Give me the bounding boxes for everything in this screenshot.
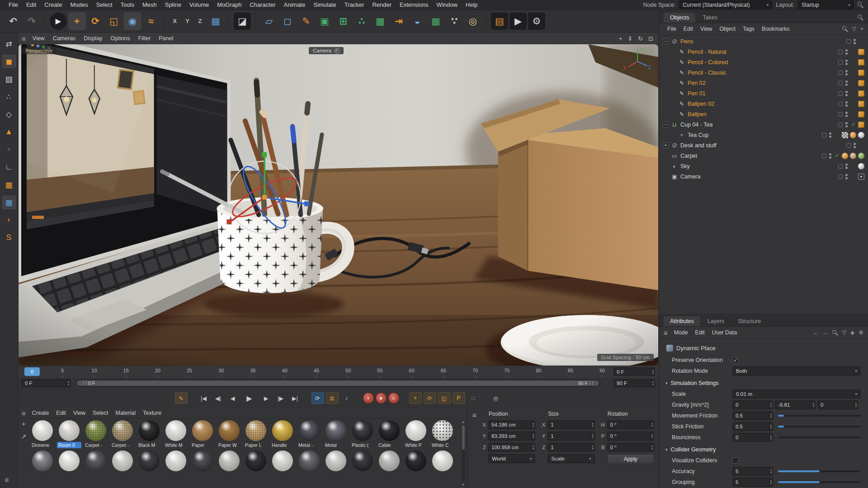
- render-play-button[interactable]: ▶: [509, 13, 527, 30]
- coordinate-space-dropdown[interactable]: World▾: [488, 454, 535, 463]
- material-sphere[interactable]: [245, 420, 266, 441]
- model-mode-button[interactable]: ◼: [2, 55, 16, 68]
- material-item-plastic[interactable]: Plastic (: [350, 420, 375, 448]
- tree-item-tea-cup[interactable]: +Tea Cup: [659, 130, 868, 140]
- light-object-button[interactable]: ◎: [464, 13, 481, 30]
- sphere-gray-tag-icon[interactable]: [858, 163, 864, 169]
- material-sphere[interactable]: [299, 450, 320, 471]
- material-sphere[interactable]: [192, 420, 213, 441]
- record-parameter-button[interactable]: P: [453, 392, 465, 404]
- tab-takes[interactable]: Takes: [696, 13, 724, 23]
- keyframe-track-button[interactable]: ≣: [326, 392, 339, 404]
- material-item[interactable]: [110, 450, 135, 471]
- cube-primitive-button[interactable]: ◻: [279, 13, 296, 30]
- stepper-icon[interactable]: ▴▾: [651, 380, 655, 387]
- stepper-icon[interactable]: ▴▾: [590, 421, 594, 429]
- material-menu-texture[interactable]: Texture: [139, 410, 165, 416]
- points-mode-button[interactable]: ∴: [2, 90, 16, 103]
- attr-stick-friction-slider[interactable]: [778, 426, 861, 427]
- search-icon[interactable]: [842, 26, 848, 32]
- tree-item-pen-02[interactable]: ✎Pen 02: [659, 78, 868, 88]
- range-handle-icon[interactable]: [590, 381, 593, 385]
- particles-object-button[interactable]: ∵: [446, 13, 463, 30]
- material-item-black-m[interactable]: Black M: [137, 420, 162, 448]
- material-item-cable[interactable]: Cable: [377, 420, 402, 448]
- record-position-button[interactable]: +: [409, 392, 422, 404]
- current-frame-field[interactable]: 0 F▴▾: [613, 367, 655, 376]
- material-sphere[interactable]: [272, 420, 293, 441]
- visibility-dots-icon[interactable]: [829, 132, 831, 138]
- move-tool[interactable]: +: [68, 13, 85, 30]
- material-item-paper-l[interactable]: Paper L: [243, 420, 269, 448]
- material-item-paper-w[interactable]: Paper W: [217, 420, 242, 448]
- sphere-green-tag-icon[interactable]: [858, 153, 864, 159]
- material-sphere[interactable]: [299, 420, 320, 441]
- expander-icon[interactable]: −: [663, 38, 669, 44]
- node-space-dropdown[interactable]: Current (Standard/Physical) ▾: [679, 0, 772, 9]
- sound-mute-button[interactable]: ♪: [340, 392, 353, 404]
- axis-lock-z-button[interactable]: Z: [194, 13, 206, 30]
- coord-rotation-h-field[interactable]: 0 °▴▾: [607, 420, 654, 429]
- panel-menu-icon[interactable]: ≡: [22, 35, 26, 42]
- live-selection-tool[interactable]: ►: [50, 13, 67, 30]
- attr-gravity-m-s-2-value-2[interactable]: 0▴▾: [817, 400, 858, 409]
- layer-toggle-icon[interactable]: [846, 39, 851, 44]
- material-item[interactable]: [350, 450, 375, 471]
- expander-icon[interactable]: +: [663, 142, 669, 148]
- search-icon[interactable]: [858, 2, 863, 8]
- section-simulation-settings[interactable]: ▾Simulation Settings: [665, 378, 863, 388]
- tab-attributes[interactable]: Attributes: [664, 316, 700, 326]
- object-menu-view[interactable]: View: [697, 26, 716, 32]
- material-sphere[interactable]: [352, 450, 373, 471]
- keyframe-selection-button[interactable]: ◎: [388, 393, 399, 404]
- history-back-icon[interactable]: ←: [813, 329, 819, 336]
- material-sphere[interactable]: [192, 450, 213, 471]
- tree-item-pen-01[interactable]: ✎Pen 01: [659, 88, 868, 99]
- menu-mograph[interactable]: MoGraph: [213, 1, 245, 8]
- menu-mesh[interactable]: Mesh: [138, 1, 161, 8]
- layer-toggle-icon[interactable]: [838, 174, 843, 179]
- filter-icon[interactable]: ▽: [852, 26, 856, 32]
- stepper-icon[interactable]: ▴▾: [650, 421, 654, 429]
- object-menu-object[interactable]: Object: [716, 26, 739, 32]
- tree-item-pencil-natural[interactable]: ✎Pencil - Natural: [659, 47, 868, 57]
- go-to-start-button[interactable]: |◀: [198, 392, 210, 404]
- viewport-menu-display[interactable]: Display: [80, 35, 106, 42]
- workplane-mode-button[interactable]: ▦: [2, 178, 16, 192]
- axis-lock-x-button[interactable]: X: [169, 13, 180, 30]
- cloner-object-button[interactable]: ▣: [316, 13, 333, 30]
- next-frame-button[interactable]: ▶: [260, 392, 273, 404]
- camera-badge[interactable]: Camera: [309, 47, 344, 54]
- coord-size-x-field[interactable]: 1▴▾: [547, 420, 594, 429]
- make-editable-button[interactable]: ⇄: [2, 37, 16, 51]
- attr-visualize-colliders-checkbox[interactable]: [732, 457, 739, 464]
- stepper-icon[interactable]: ▴▾: [590, 443, 594, 451]
- attr-movement-friction-value[interactable]: 0.5▴▾: [732, 411, 773, 420]
- range-handle-icon[interactable]: [83, 381, 86, 385]
- coord-position-z-field[interactable]: 100.958 cm▴▾: [488, 443, 535, 452]
- material-scrollbar[interactable]: ▲ ▼: [460, 420, 466, 486]
- menu-create[interactable]: Create: [40, 1, 66, 8]
- mat-tag-icon[interactable]: [858, 59, 864, 66]
- viewport-menu-cameras[interactable]: Cameras: [49, 35, 80, 42]
- stepper-icon[interactable]: ▴▾: [531, 443, 535, 451]
- scroll-down-icon[interactable]: ▼: [462, 483, 465, 486]
- material-sphere[interactable]: [379, 420, 400, 441]
- go-to-end-button[interactable]: ▶|: [289, 392, 302, 404]
- range-start-field[interactable]: 0 F▴▾: [22, 379, 71, 387]
- edges-mode-button[interactable]: ◇: [2, 108, 16, 121]
- material-item-metal[interactable]: Metal: [323, 420, 349, 448]
- material-item[interactable]: [323, 450, 349, 471]
- attr-rotation-mode-dropdown[interactable]: Both▾: [732, 366, 861, 375]
- scroll-up-icon[interactable]: ▲: [462, 420, 465, 423]
- camera-orbit-icon[interactable]: ↻: [638, 35, 643, 42]
- material-item-carpet[interactable]: Carpet -: [110, 420, 135, 448]
- undo-icon[interactable]: ↶: [5, 13, 22, 30]
- preview-range-row[interactable]: 0 F▴▾0 F90 F90 F▴▾: [18, 378, 659, 389]
- array-object-button[interactable]: ∴: [353, 13, 370, 30]
- material-menu-select[interactable]: Select: [89, 410, 112, 416]
- attr-gravity-m-s-2-value-1[interactable]: -9.81▴▾: [775, 400, 816, 409]
- attribute-menu-user-data[interactable]: User Data: [708, 329, 741, 336]
- previous-key-button[interactable]: ◀|: [212, 392, 225, 404]
- visibility-dots-icon[interactable]: [845, 174, 848, 179]
